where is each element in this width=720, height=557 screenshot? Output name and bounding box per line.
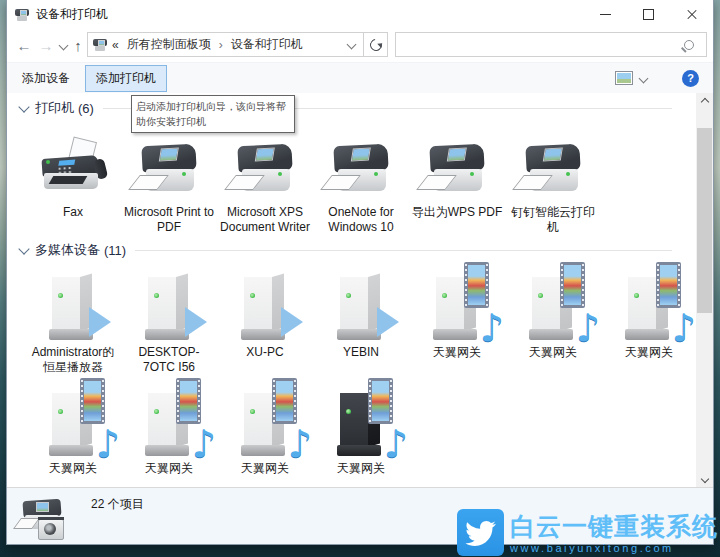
device-label: 导出为WPS PDF (409, 205, 505, 220)
device-item[interactable]: ♪天翼网关 (601, 267, 697, 375)
device-label: XU-PC (217, 345, 313, 360)
app-icon (15, 8, 30, 22)
chevron-up-icon (700, 97, 708, 105)
device-item[interactable]: Microsoft XPS Document Writer (217, 131, 313, 235)
section-divider (135, 250, 672, 251)
device-label: DESKTOP-7OTC I56 (121, 345, 217, 375)
maximize-button[interactable] (627, 0, 670, 29)
tower-play-icon (121, 267, 217, 341)
scroll-up-button[interactable] (696, 93, 713, 110)
desktop: { "window": { "title": "设备和打印机" }, "navb… (0, 0, 720, 557)
breadcrumb-overflow[interactable]: « (112, 38, 119, 52)
tower-media-icon: ♪ (409, 267, 505, 341)
add-printer-button[interactable]: 添加打印机 (85, 65, 167, 92)
refresh-icon (367, 36, 384, 53)
chevron-down-icon (58, 41, 68, 51)
recent-pages-button[interactable] (57, 29, 69, 62)
device-label: Fax (25, 205, 121, 220)
tower-media-dark-icon: ♪ (313, 383, 409, 457)
device-list: 打印机 (6) FaxMicrosoft Print to PDFMicroso… (7, 93, 698, 487)
tower-play-icon (25, 267, 121, 341)
printer-icon (505, 131, 601, 197)
tower-media-icon: ♪ (217, 383, 313, 457)
breadcrumb-devices-printers[interactable]: 设备和打印机 (231, 36, 303, 53)
device-row: ♪天翼网关♪天翼网关♪天翼网关♪天翼网关 (7, 383, 698, 476)
device-label: Microsoft XPS Document Writer (217, 205, 313, 235)
search-input[interactable] (396, 33, 684, 56)
device-label: YEBIN (313, 345, 409, 360)
minimize-icon (600, 14, 611, 15)
breadcrumb-control-panel-items[interactable]: 所有控制面板项 (127, 36, 211, 53)
device-item[interactable]: YEBIN (313, 267, 409, 375)
refresh-button[interactable] (363, 32, 388, 57)
device-label: Microsoft Print to PDF (121, 205, 217, 235)
help-button[interactable]: ? (682, 70, 699, 87)
tower-media-icon: ♪ (25, 383, 121, 457)
printer-icon (409, 131, 505, 197)
vertical-scrollbar[interactable] (696, 93, 713, 487)
tower-media-icon: ♪ (601, 267, 697, 341)
address-dropdown-icon[interactable] (347, 40, 357, 50)
device-item[interactable]: XU-PC (217, 267, 313, 375)
address-bar[interactable]: « 所有控制面板项 › 设备和打印机 (87, 32, 364, 57)
device-item[interactable]: 导出为WPS PDF (409, 131, 505, 235)
breadcrumb-separator: › (219, 38, 223, 52)
minimize-button[interactable] (584, 0, 627, 29)
collapse-chevron-icon[interactable] (18, 101, 29, 112)
devices-and-printers-window: 设备和打印机 ← → ↑ « 所有控制面板项 › 设备和打印机 添加设备 添加打… (6, 0, 714, 545)
bird-icon (465, 517, 497, 549)
items-count: 22 个项目 (91, 496, 144, 513)
bird-logo-icon (457, 509, 504, 556)
device-item[interactable]: Administrator的恒星播放器 (25, 267, 121, 375)
device-item[interactable]: ♪天翼网关 (25, 383, 121, 476)
address-location-icon (93, 38, 108, 52)
device-item[interactable]: ♪天翼网关 (217, 383, 313, 476)
device-label: Administrator的恒星播放器 (25, 345, 121, 375)
device-item[interactable]: DESKTOP-7OTC I56 (121, 267, 217, 375)
tower-play-icon (313, 267, 409, 341)
view-options-icon[interactable] (615, 71, 633, 85)
section-header-multimedia[interactable]: 多媒体设备 (11) (7, 241, 698, 259)
section-count: (11) (104, 243, 126, 258)
window-title: 设备和打印机 (36, 6, 584, 23)
up-button[interactable]: ↑ (69, 29, 87, 62)
printers-grid: FaxMicrosoft Print to PDFMicrosoft XPS D… (7, 131, 698, 235)
device-item[interactable]: 钉钉智能云打印机 (505, 131, 601, 235)
close-button[interactable] (670, 0, 713, 29)
devices-printers-icon (19, 499, 67, 541)
watermark-url: www.baiyunxitong.com (510, 541, 674, 555)
view-options-dropdown-icon[interactable] (639, 73, 649, 83)
back-icon: ← (17, 37, 32, 54)
device-item[interactable]: OneNote for Windows 10 (313, 131, 409, 235)
multimedia-grid: Administrator的恒星播放器DESKTOP-7OTC I56XU-PC… (7, 267, 698, 476)
search-box[interactable] (395, 32, 707, 57)
search-icon (684, 40, 694, 50)
section-title: 多媒体设备 (35, 241, 100, 259)
device-item[interactable]: ♪天翼网关 (505, 267, 601, 375)
forward-button[interactable]: → (35, 29, 57, 62)
up-icon: ↑ (74, 37, 82, 54)
device-label: OneNote for Windows 10 (313, 205, 409, 235)
add-device-button[interactable]: 添加设备 (11, 65, 81, 92)
device-item[interactable]: ♪天翼网关 (409, 267, 505, 375)
tower-media-icon: ♪ (121, 383, 217, 457)
device-item[interactable]: ♪天翼网关 (313, 383, 409, 476)
section-count: (6) (78, 101, 94, 116)
collapse-chevron-icon[interactable] (18, 243, 29, 254)
device-row: Administrator的恒星播放器DESKTOP-7OTC I56XU-PC… (7, 267, 698, 375)
device-item[interactable]: Fax (25, 131, 121, 235)
back-button[interactable]: ← (13, 29, 35, 62)
add-printer-tooltip: 启动添加打印机向导，该向导将帮助你安装打印机 (131, 95, 295, 133)
watermark-title: 白云一键重装系统 (510, 511, 718, 541)
printer-icon (121, 131, 217, 197)
section-header-printers[interactable]: 打印机 (6) (7, 99, 698, 117)
titlebar[interactable]: 设备和打印机 (7, 0, 713, 29)
device-row: FaxMicrosoft Print to PDFMicrosoft XPS D… (7, 131, 698, 235)
device-item[interactable]: ♪天翼网关 (121, 383, 217, 476)
device-item[interactable]: Microsoft Print to PDF (121, 131, 217, 235)
scrollbar-thumb[interactable] (697, 128, 712, 313)
command-toolbar: 添加设备 添加打印机 ? (7, 62, 713, 94)
close-icon (686, 9, 698, 21)
scroll-down-button[interactable] (696, 470, 713, 487)
printer-icon (217, 131, 313, 197)
